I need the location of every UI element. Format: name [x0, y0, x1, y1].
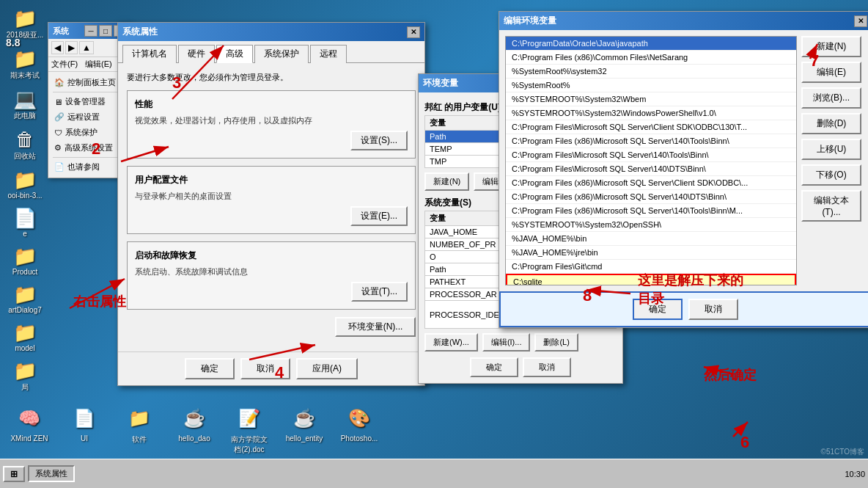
editenv-cancel-button[interactable]: 取消: [688, 299, 738, 320]
bottom-icon-photoshop[interactable]: 🎨 Photosho...: [337, 404, 381, 455]
editenv-item-8[interactable]: C:\Program Files\Microsoft SQL Server\14…: [506, 148, 796, 162]
icon-label-artdialog: artDialog7: [8, 306, 42, 314]
tab-advanced[interactable]: 高级: [216, 45, 253, 63]
sysprops-apply-button[interactable]: 应用(A): [296, 358, 358, 379]
editenv-item-2[interactable]: %SystemRoot%\system32: [506, 65, 796, 79]
up-button[interactable]: ▲: [79, 41, 94, 54]
settings-s-button[interactable]: 设置(S)...: [350, 131, 408, 150]
taskbar-clock: 10:30: [845, 470, 865, 478]
section-performance-desc: 视觉效果，处理器计划，内存使用，以及虚拟内存: [135, 115, 408, 126]
desktop-icon-artdialog[interactable]: 📁 artDialog7: [4, 283, 46, 314]
bottom-icon-doc[interactable]: 📝 南方学院文 档(2).doc: [227, 404, 271, 455]
menu-seealso-label: 也请参阅: [67, 161, 100, 172]
taskbar-item-sysprops[interactable]: 系统属性: [28, 465, 75, 482]
editenv-delete-button[interactable]: 删除(D): [801, 113, 861, 134]
envvars-title: 环境变量: [423, 77, 458, 90]
editenv-item-17[interactable]: C:\sqlite: [506, 274, 796, 285]
sysprops-titlebar: 系统属性 ✕: [118, 23, 424, 41]
folder-icon-2018: 📁: [13, 7, 37, 30]
bottom-icon-xmind[interactable]: 🧠 XMind ZEN: [7, 404, 51, 455]
editenv-item-1[interactable]: C:\Program Files (x86)\Common Files\NetS…: [506, 51, 796, 65]
editenv-item-4[interactable]: %SYSTEMROOT%\System32\Wbem: [506, 92, 796, 106]
settings-e-button[interactable]: 设置(E)...: [350, 206, 408, 226]
file-menu[interactable]: 文件(F): [51, 59, 78, 70]
computer-icon: 💻: [13, 88, 37, 111]
editenv-item-12[interactable]: C:\Program Files (x86)\Microsoft SQL Ser…: [506, 204, 796, 218]
file-icon-e: 📄: [13, 207, 37, 230]
delete-sys-var-button[interactable]: 删除(L): [534, 333, 578, 352]
bottom-icon-hellodao[interactable]: ☕ hello_dao: [172, 404, 216, 455]
editenv-up-button[interactable]: 上移(U): [801, 139, 861, 160]
sysprops-ok-button[interactable]: 确定: [185, 358, 235, 379]
bottom-icon-helloentity[interactable]: ☕ hello_entity: [282, 404, 326, 455]
home-icon: 🏠: [54, 78, 65, 87]
new-user-var-button[interactable]: 新建(N): [424, 172, 469, 191]
editenv-down-button[interactable]: 下移(O): [801, 164, 861, 186]
folder-icon-artdialog: 📁: [13, 283, 37, 306]
desktop-icon-product[interactable]: 📁 Product: [4, 245, 46, 276]
desktop-icon-exam[interactable]: 📁 期末考试: [4, 48, 46, 81]
new-sys-var-button[interactable]: 新建(W)...: [424, 333, 478, 352]
menu-separator-1: [53, 92, 127, 92]
maximize-button[interactable]: □: [99, 25, 112, 37]
sysprops-close-button[interactable]: ✕: [407, 26, 420, 38]
java-icon-helloentity: ☕: [290, 404, 319, 433]
tab-computername[interactable]: 计算机名: [122, 45, 177, 63]
editenv-item-6[interactable]: C:\Program Files\Microsoft SQL Server\Cl…: [506, 120, 796, 134]
folder-icon-ju: 📁: [13, 360, 37, 382]
tab-remote[interactable]: 远程: [310, 45, 347, 63]
menu-controlpanel-label: 控制面板主页: [67, 77, 116, 88]
sysprops-buttons: ✕: [407, 26, 420, 38]
editenv-close-button[interactable]: ✕: [854, 15, 867, 27]
editenv-browse-button[interactable]: 浏览(B)...: [801, 87, 861, 109]
taskbar: ⊞ 系统属性 10:30: [0, 459, 868, 488]
forward-button[interactable]: ▶: [65, 41, 78, 54]
editenv-new-button[interactable]: 新建(N): [801, 36, 861, 57]
minimize-button[interactable]: ─: [84, 25, 98, 37]
menu-sysprotect-label: 系统保护: [65, 127, 98, 138]
back-button[interactable]: ◀: [51, 41, 64, 54]
bottom-icon-doc-label: 南方学院文 档(2).doc: [227, 434, 271, 455]
sysprops-cancel-button[interactable]: 取消: [240, 358, 290, 379]
editenv-item-14[interactable]: %JAVA_HOME%\bin: [506, 232, 796, 246]
icon-label-recycle: 回收站: [14, 151, 36, 161]
desktop-icon-recycle[interactable]: 🗑 回收站: [4, 128, 46, 161]
editenv-list[interactable]: C:\ProgramData\Oracle\Java\javapath C:\P…: [505, 36, 797, 285]
desktop-icon-ooi[interactable]: 📁 ooi-bin-3...: [4, 169, 46, 200]
editenv-item-16[interactable]: C:\Program Files\Git\cmd: [506, 260, 796, 274]
start-button[interactable]: ⊞: [3, 466, 25, 482]
editenv-item-3[interactable]: %SystemRoot%: [506, 79, 796, 92]
bottom-icon-software[interactable]: 📁 软件: [117, 404, 161, 455]
edit-sys-var-button[interactable]: 编辑(I)...: [482, 333, 531, 352]
editenv-edit-button[interactable]: 编辑(E): [801, 62, 861, 83]
envvars-cancel-button[interactable]: 取消: [523, 357, 571, 377]
bottom-icon-ui-label: UI: [81, 434, 88, 443]
desktop-icon-e[interactable]: 📄 e: [4, 207, 46, 238]
envvars-button[interactable]: 环境变量(N)...: [335, 317, 416, 337]
desktop-icon-ju[interactable]: 📁 局: [4, 360, 46, 393]
sysprops-tabs: 计算机名 硬件 高级 系统保护 远程: [118, 41, 424, 63]
editenv-edittext-button[interactable]: 编辑文本(T)...: [801, 190, 861, 222]
editenv-item-11[interactable]: C:\Program Files (x86)\Microsoft SQL Ser…: [506, 190, 796, 204]
desktop-icon-model[interactable]: 📁 model: [4, 321, 46, 352]
desktop-icon-2018[interactable]: 📁 2018级亚...: [4, 7, 46, 40]
folder-icon-model: 📁: [13, 321, 37, 344]
desktop-icon-thispc[interactable]: 💻 此电脑: [4, 88, 46, 121]
editenv-item-10[interactable]: C:\Program Files (x86)\Microsoft SQL Ser…: [506, 176, 796, 190]
editenv-item-7[interactable]: C:\Program Files (x86)\Microsoft SQL Ser…: [506, 134, 796, 148]
editenv-item-15[interactable]: %JAVA_HOME%\jre\bin: [506, 246, 796, 260]
watermark: ©51CTO博客: [821, 447, 864, 457]
edit-menu[interactable]: 编辑(E): [85, 59, 112, 70]
editenv-item-5[interactable]: %SYSTEMROOT%\System32\WindowsPowerShell\…: [506, 106, 796, 120]
tab-sysprotect[interactable]: 系统保护: [254, 45, 309, 63]
envvars-ok-button[interactable]: 确定: [470, 357, 518, 377]
settings-t-button[interactable]: 设置(T)...: [351, 282, 408, 302]
editenv-item-0[interactable]: C:\ProgramData\Oracle\Java\javapath: [506, 37, 796, 51]
editenv-item-13[interactable]: %SYSTEMROOT%\System32\OpenSSH\: [506, 218, 796, 232]
editenv-ok-button[interactable]: 确定: [633, 299, 683, 320]
tab-hardware[interactable]: 硬件: [178, 45, 215, 63]
sysprops-content: 要进行大多数更改，您必须作为管理员登录。 性能 视觉效果，处理器计划，内存使用，…: [118, 63, 424, 352]
bottom-icon-ui[interactable]: 📄 UI: [62, 404, 106, 455]
editenv-content: C:\ProgramData\Oracle\Java\javapath C:\P…: [499, 30, 868, 291]
editenv-item-9[interactable]: C:\Program Files\Microsoft SQL Server\14…: [506, 162, 796, 176]
